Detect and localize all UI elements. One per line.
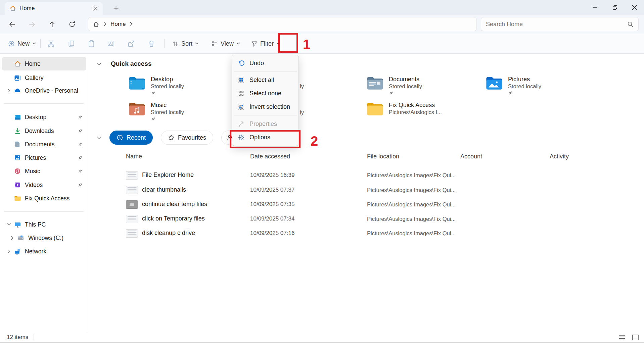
sort-label: Sort: [181, 40, 192, 47]
delete-button[interactable]: [145, 39, 157, 48]
quick-access-tile-fix-quick-access[interactable]: Fix Quick Access Pictures\Auslogics I...: [366, 101, 477, 116]
sidebar-item-label: Downloads: [25, 128, 76, 135]
menu-item-select-none[interactable]: Select none: [233, 87, 297, 100]
sidebar-item-this-pc[interactable]: This PC: [2, 218, 86, 231]
sidebar-item-gallery[interactable]: Gallery: [2, 71, 86, 85]
table-row[interactable]: File Explorer Home 10/09/2025 16:39 Pict…: [118, 168, 637, 183]
address-bar[interactable]: Home: [88, 17, 477, 31]
cut-button[interactable]: [45, 39, 57, 48]
chevron-down-icon[interactable]: [97, 62, 101, 65]
file-name: File Explorer Home: [142, 172, 194, 179]
sort-button[interactable]: Sort: [170, 38, 201, 49]
column-header-activity[interactable]: Activity: [550, 153, 569, 160]
column-header-account[interactable]: Account: [460, 153, 482, 160]
file-name: continue clear temp files: [142, 201, 207, 208]
sidebar-item-onedrive[interactable]: OneDrive - Personal: [2, 84, 86, 97]
minimize-button[interactable]: [586, 0, 605, 15]
table-row[interactable]: continue clear temp files 10/09/2025 07:…: [118, 197, 637, 212]
chevron-down-icon[interactable]: [5, 223, 13, 226]
tab-close-icon[interactable]: [91, 4, 99, 13]
paste-button[interactable]: [85, 39, 97, 48]
chevron-right-icon[interactable]: [130, 22, 133, 27]
pin-icon: [76, 128, 84, 134]
large-thumbnails-view-icon[interactable]: [631, 333, 639, 341]
new-button[interactable]: New: [5, 38, 39, 49]
chevron-right-icon[interactable]: [5, 89, 13, 93]
file-date-accessed: 10/09/2025 07:35: [250, 201, 294, 208]
menu-item-select-all[interactable]: Select all: [233, 73, 297, 87]
sidebar-item-network[interactable]: Network: [2, 245, 86, 258]
file-location: Pictures\Auslogics Images\Fix Qui...: [367, 216, 456, 222]
quick-access-header[interactable]: Quick access: [97, 58, 151, 69]
filter-button[interactable]: Filter: [248, 38, 283, 49]
breadcrumb-home-icon[interactable]: [93, 21, 99, 28]
sidebar-item-music[interactable]: Music: [2, 164, 86, 178]
column-header-date-accessed[interactable]: Date accessed: [250, 153, 290, 160]
up-button[interactable]: [46, 18, 58, 30]
forward-button[interactable]: [26, 18, 38, 30]
search-input[interactable]: [486, 21, 627, 28]
menu-item-label: Select all: [249, 77, 274, 84]
sidebar-item-fix-quick-access[interactable]: Fix Quick Access: [2, 192, 86, 205]
file-explorer-window: Home: [0, 0, 644, 343]
refresh-button[interactable]: [66, 18, 78, 30]
menu-item-label: Invert selection: [249, 103, 290, 110]
pin-icon: [76, 114, 84, 120]
file-location: Pictures\Auslogics Images\Fix Qui...: [367, 172, 456, 179]
menu-item-invert-selection[interactable]: Invert selection: [233, 100, 297, 113]
close-button[interactable]: [625, 0, 644, 15]
search-icon[interactable]: [627, 21, 634, 28]
pin-icon: [76, 155, 84, 161]
status-separator: [34, 334, 34, 340]
folder-desktop-icon: [128, 76, 146, 91]
sidebar-item-label: Desktop: [25, 114, 76, 121]
rename-button[interactable]: [105, 39, 117, 48]
pin-icon: [389, 91, 422, 96]
sidebar-item-videos[interactable]: Videos: [2, 178, 86, 192]
sidebar-separator: [4, 211, 84, 212]
sidebar-item-downloads[interactable]: Downloads: [2, 124, 86, 138]
quick-access-tile-desktop[interactable]: Desktop Stored locally: [128, 76, 239, 96]
quick-access-title: Quick access: [111, 60, 151, 67]
sidebar-item-home[interactable]: Home: [2, 57, 86, 70]
favourites-pill[interactable]: Favourites: [161, 131, 213, 145]
window-controls: [586, 0, 644, 15]
column-header-name[interactable]: Name: [126, 153, 142, 160]
chevron-down-icon[interactable]: [97, 136, 101, 139]
sidebar-item-documents[interactable]: Documents: [2, 138, 86, 151]
pin-icon: [508, 91, 541, 96]
quick-access-tile-music[interactable]: Music Stored locally: [128, 101, 239, 121]
drive-icon: [17, 234, 25, 242]
restore-button[interactable]: [605, 0, 625, 15]
chevron-right-icon[interactable]: [5, 249, 13, 253]
quick-access-tile-pictures[interactable]: Pictures Stored locally: [485, 76, 596, 96]
details-view-icon[interactable]: [618, 333, 626, 341]
home-icon: [9, 5, 16, 12]
chevron-right-icon: [103, 22, 106, 27]
copy-button[interactable]: [65, 39, 77, 48]
chevron-right-icon[interactable]: [8, 236, 17, 240]
obscured-tile-text-fragment: ly: [300, 83, 304, 90]
tile-name: Fix Quick Access: [389, 101, 442, 109]
back-button[interactable]: [6, 18, 18, 30]
tile-name: Documents: [389, 76, 422, 83]
file-name: clear thumbnails: [142, 186, 186, 193]
menu-item-properties[interactable]: Properties: [233, 117, 297, 131]
breadcrumb-item[interactable]: Home: [110, 21, 126, 28]
table-row[interactable]: click on Temporary files 10/09/2025 07:3…: [118, 212, 637, 227]
column-header-file-location[interactable]: File location: [367, 153, 399, 160]
table-row[interactable]: disk cleanup c drive 10/09/2025 07:16 Pi…: [118, 226, 637, 241]
new-tab-button[interactable]: [111, 3, 121, 13]
file-location: Pictures\Auslogics Images\Fix Qui...: [367, 230, 456, 237]
tab-home[interactable]: Home: [5, 2, 103, 15]
sidebar-item-pictures[interactable]: Pictures: [2, 151, 86, 164]
quick-access-tile-documents[interactable]: Documents Stored locally: [366, 76, 477, 96]
recent-pill[interactable]: Recent: [109, 131, 153, 145]
sidebar-item-desktop[interactable]: Desktop: [2, 110, 86, 124]
table-row[interactable]: clear thumbnails 10/09/2025 07:37 Pictur…: [118, 183, 637, 198]
share-button[interactable]: [125, 39, 137, 48]
sidebar-item-windows-c[interactable]: Windows (C:): [2, 231, 86, 245]
view-button[interactable]: View: [209, 38, 243, 49]
menu-item-undo[interactable]: Undo: [233, 57, 297, 69]
search-box[interactable]: [481, 17, 639, 31]
